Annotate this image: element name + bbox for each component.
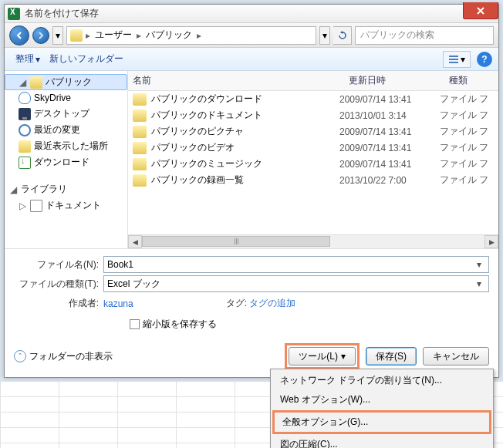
folder-icon [133, 126, 147, 138]
nav-downloads[interactable]: ダウンロード [5, 154, 127, 170]
file-name: パブリックのピクチャ [151, 125, 339, 138]
search-input[interactable]: パブリックの検索 [355, 26, 494, 45]
folder-icon [133, 158, 147, 170]
file-date: 2009/07/14 13:41 [339, 94, 440, 105]
hide-folders-toggle[interactable]: ˄ フォルダーの非表示 [14, 350, 113, 363]
tools-button[interactable]: ツール(L) ▾ [289, 347, 356, 365]
nav-recent-places[interactable]: 最近表示した場所 [5, 138, 127, 154]
nav-public[interactable]: ◢パブリック [5, 74, 127, 90]
author-value[interactable]: kazuna [103, 298, 133, 309]
nav-desktop[interactable]: デスクトップ [5, 106, 127, 122]
menu-web-options[interactable]: Web オプション(W)... [272, 390, 491, 409]
menu-compress[interactable]: 図の圧縮(C)... [272, 435, 491, 448]
file-row[interactable]: パブリックのミュージック2009/07/14 13:41ファイル フ [128, 156, 498, 172]
close-icon [476, 6, 485, 15]
file-list: パブリックのダウンロード2009/07/14 13:41ファイル フパブリックの… [128, 91, 498, 234]
chevron-right-icon: ▸ [135, 30, 143, 41]
file-date: 2013/10/22 7:00 [339, 175, 440, 186]
breadcrumb-segment[interactable]: ユーザー [93, 29, 133, 42]
folder-icon [19, 140, 31, 153]
file-date: 2009/07/14 13:41 [339, 143, 440, 153]
scroll-right-button[interactable]: ▶ [484, 235, 498, 248]
file-name: パブリックの録画一覧 [151, 173, 339, 187]
save-button[interactable]: 保存(S) [366, 347, 417, 365]
nav-skydrive[interactable]: SkyDrive [5, 90, 127, 106]
organize-label: 整理 [15, 52, 34, 66]
file-type: ファイル フ [440, 141, 494, 154]
menu-general-options[interactable]: 全般オプション(G)... [272, 410, 491, 434]
file-row[interactable]: パブリックの録画一覧2013/10/22 7:00ファイル フ [128, 172, 498, 188]
filename-input[interactable]: Book1 ▾ [103, 256, 489, 273]
folder-icon [133, 93, 147, 106]
breadcrumb[interactable]: ▸ ユーザー ▸ パブリック ▸ [66, 26, 316, 45]
chevron-down-icon[interactable]: ▾ [473, 278, 485, 289]
col-type[interactable]: 種類 [444, 71, 498, 90]
chevron-down-icon[interactable]: ▾ [473, 259, 485, 270]
file-type: ファイル フ [440, 109, 494, 122]
help-button[interactable]: ? [477, 52, 492, 67]
file-list-area: 名前 更新日時 種類 パブリックのダウンロード2009/07/14 13:41フ… [128, 71, 498, 248]
hide-folders-label: フォルダーの非表示 [29, 350, 113, 363]
filetype-select[interactable]: Excel ブック ▾ [103, 275, 489, 292]
author-label: 作成者: [14, 297, 99, 310]
nav-documents[interactable]: ▷ドキュメント [5, 197, 127, 214]
history-dropdown[interactable]: ▾ [52, 26, 63, 45]
save-as-dialog: 名前を付けて保存 ▾ ▸ ユーザー ▸ パブリック ▸ ▾ パブリックの検索 [4, 4, 499, 378]
tools-menu: ネットワーク ドライブの割り当て(N)... Web オプション(W)... 全… [270, 369, 494, 448]
clock-icon [19, 124, 31, 136]
download-icon [19, 157, 31, 169]
chevron-down-icon: ▾ [341, 351, 346, 362]
file-row[interactable]: パブリックのビデオ2009/07/14 13:41ファイル フ [128, 140, 498, 156]
navigation-tree: ◢パブリック SkyDrive デスクトップ 最近の変更 最近表示した場所 ダウ… [5, 71, 128, 248]
tag-value[interactable]: タグの追加 [249, 297, 295, 310]
cancel-button[interactable]: キャンセル [423, 347, 489, 365]
col-name[interactable]: 名前 [128, 71, 344, 90]
thumbnail-checkbox[interactable] [130, 319, 140, 329]
scroll-left-button[interactable]: ◀ [128, 235, 142, 248]
svg-rect-2 [449, 62, 458, 63]
col-date[interactable]: 更新日時 [344, 71, 444, 90]
scroll-track[interactable] [142, 235, 484, 248]
command-toolbar: 整理▾ 新しいフォルダー ▾ ? [5, 48, 498, 71]
file-type: ファイル フ [440, 157, 494, 170]
title-bar: 名前を付けて保存 [5, 5, 498, 23]
forward-button[interactable] [32, 27, 49, 44]
tag-label: タグ: [226, 297, 247, 310]
file-row[interactable]: パブリックのドキュメント2013/10/01 3:14ファイル フ [128, 107, 498, 123]
close-button[interactable] [463, 2, 498, 19]
file-name: パブリックのドキュメント [151, 109, 339, 122]
menu-map-drive[interactable]: ネットワーク ドライブの割り当て(N)... [272, 371, 491, 390]
view-mode-button[interactable]: ▾ [443, 51, 471, 68]
highlight-tools: ツール(L) ▾ [285, 343, 360, 369]
file-row[interactable]: パブリックのダウンロード2009/07/14 13:41ファイル フ [128, 91, 498, 107]
file-row[interactable]: パブリックのピクチャ2009/07/14 13:41ファイル フ [128, 123, 498, 140]
breadcrumb-dropdown[interactable]: ▾ [319, 26, 330, 45]
column-headers[interactable]: 名前 更新日時 種類 [128, 71, 498, 91]
organize-menu[interactable]: 整理▾ [11, 51, 45, 67]
back-button[interactable] [9, 25, 29, 45]
file-type: ファイル フ [440, 125, 494, 138]
search-placeholder: パブリックの検索 [360, 29, 434, 42]
desktop-icon [19, 108, 31, 120]
view-icon [448, 54, 459, 65]
file-date: 2009/07/14 13:41 [339, 159, 440, 170]
filename-label: ファイル名(N): [14, 258, 99, 271]
folder-icon [70, 29, 83, 42]
arrow-left-icon [15, 31, 24, 40]
folder-icon [133, 174, 147, 187]
file-name: パブリックのダウンロード [151, 93, 339, 106]
file-type: ファイル フ [440, 173, 494, 187]
refresh-button[interactable] [333, 26, 352, 45]
scroll-thumb[interactable] [142, 236, 330, 247]
document-icon [30, 200, 42, 212]
horizontal-scrollbar[interactable]: ◀ ▶ [128, 234, 498, 248]
tools-label: ツール(L) [299, 350, 338, 363]
filename-value: Book1 [107, 259, 133, 270]
cloud-icon [19, 92, 31, 104]
nav-recent[interactable]: 最近の変更 [5, 122, 127, 138]
nav-library[interactable]: ◢ライブラリ [5, 181, 127, 197]
svg-rect-1 [449, 59, 458, 60]
breadcrumb-segment[interactable]: パブリック [144, 29, 194, 42]
new-folder-button[interactable]: 新しいフォルダー [45, 51, 128, 67]
file-date: 2009/07/14 13:41 [339, 126, 440, 137]
